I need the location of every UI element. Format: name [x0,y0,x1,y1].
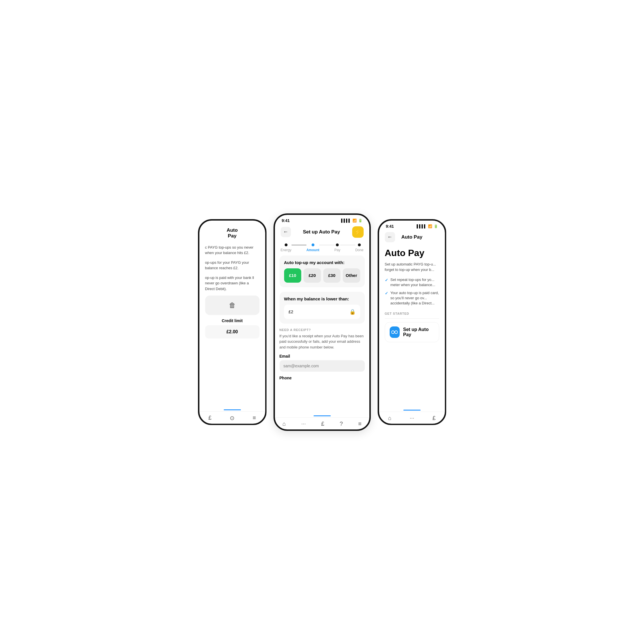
menu-icon-left: ≡ [253,415,256,421]
left-desc-3: op-up is paid with your bank ll never go… [205,275,259,292]
email-input[interactable] [280,360,365,372]
step-connector-2 [319,245,334,245]
menu-icon-center: ≡ [358,421,362,427]
check-item-2: ✓ Your auto top-up is paid card, so you'… [385,290,439,306]
check-mark-1: ✓ [385,278,388,283]
amount-buttons: £10 £20 £30 Other [284,268,360,283]
setup-autopay-label: Set up Auto Pay [403,327,434,337]
setup-autopay-button[interactable]: Set up Auto Pay [385,322,439,342]
credit-value-card: £2.00 [205,325,259,338]
progress-steps: Energy Amount Pay Done [275,241,369,253]
check-text-1: Set repeat top-ups for yo... meter when … [391,277,439,288]
battery-icon: 🔋 [358,219,362,223]
step-connector-1 [292,245,306,245]
status-bar-right: 9:41 ▌▌▌▌ 📶 🔋 [379,221,445,230]
receipt-desc: If you'd like a receipt when your Auto P… [280,333,365,350]
autopay-main-title: Auto Pay [385,248,439,258]
delete-icon: 🗑 [211,301,254,309]
home-icon-center: ⌂ [282,421,286,427]
back-button-right[interactable]: ← [385,232,395,242]
step-label-pay: Pay [334,248,340,252]
amount-btn-20[interactable]: £20 [304,268,321,283]
topup-card: Auto top-up my account with: £10 £20 £30… [280,255,365,287]
lock-icon: 🔒 [349,309,356,315]
step-dot-amount [312,243,314,246]
signal-icon: ▌▌▌▌ [341,219,351,223]
pound-icon-center: £ [321,421,324,427]
nav-item-menu-left[interactable]: ≡ [253,415,256,421]
lightning-button[interactable]: ⚡ [352,226,364,238]
wifi-icon: 📶 [352,219,357,223]
check-list: ✓ Set repeat top-ups for yo... meter whe… [385,277,439,306]
flow-icon-center: ⋯ [301,421,306,427]
nav-item-flow-center[interactable]: ⋯ [301,421,306,427]
infinity-icon [390,326,400,338]
right-header: ← Auto Pay [379,230,445,246]
status-time-right: 9:41 [386,224,394,229]
amount-btn-other[interactable]: Other [343,268,360,283]
delete-area: 🗑 [205,296,259,315]
step-done: Done [355,243,364,252]
check-item-1: ✓ Set repeat top-ups for yo... meter whe… [385,277,439,288]
amount-btn-10[interactable]: £10 [284,268,302,283]
nav-item-pound-center[interactable]: £ [321,421,324,427]
bottom-nav-center: ⌂ ⋯ £ ? ≡ [275,417,369,429]
step-energy: Energy [281,243,292,252]
get-started-label: GET STARTED [385,312,439,315]
nav-item-pound-left[interactable]: £ [208,415,211,421]
nav-item-home-center[interactable]: ⌂ [282,421,286,427]
nav-bar-indicator-center [314,415,331,416]
step-dot-done [358,243,361,246]
nav-item-help-center[interactable]: ? [340,421,343,427]
help-icon-center: ? [340,421,343,427]
battery-icon-right: 🔋 [434,224,438,228]
step-label-energy: Energy [281,248,292,252]
nav-bar-indicator-left [224,409,241,410]
nav-item-pound-right[interactable]: £ [433,415,436,421]
pound-icon-right: £ [433,415,436,421]
wifi-icon-right: 📶 [428,224,432,228]
balance-field: £2 🔒 [284,305,360,319]
lightning-icon: ⚡ [354,229,361,235]
nav-item-help-left[interactable]: ⊙ [230,415,235,421]
step-label-amount: Amount [306,248,319,252]
nav-item-flow-right[interactable]: ⋯ [410,415,414,421]
topup-card-title: Auto top-up my account with: [284,260,360,265]
autopay-desc: Set up automatic PAYG top-u... forget to… [385,261,439,273]
bottom-nav-left: £ ⊙ ≡ [199,411,265,424]
step-dot-energy [285,243,288,246]
bottom-nav-right: ⌂ ⋯ £ [379,412,445,424]
status-time-center: 9:41 [282,218,290,223]
credit-value: £2.00 [226,329,238,334]
balance-card-title: When my balance is lower than: [284,296,360,301]
right-content: Auto Pay Set up automatic PAYG top-u... … [379,246,445,410]
center-content: Auto top-up my account with: £10 £20 £30… [275,253,369,415]
flow-icon-right: ⋯ [410,415,414,421]
receipt-section-label: NEED A RECEIPT? [280,328,365,332]
back-arrow-icon-right: ← [387,234,393,240]
left-header-title: Auto Pay [223,227,241,239]
nav-item-menu-center[interactable]: ≡ [358,421,362,427]
balance-value: £2 [289,309,294,314]
status-icons-right: ▌▌▌▌ 📶 🔋 [417,224,438,228]
home-icon-right: ⌂ [388,415,391,421]
step-connector-3 [340,245,355,245]
left-header: Auto Pay [199,225,265,242]
left-desc-2: op-ups for your PAYG your balance reache… [205,260,259,271]
nav-bar-indicator-right [403,410,421,411]
nav-item-home-right[interactable]: ⌂ [388,415,391,421]
left-desc-1: c PAYG top-ups so you never when your ba… [205,245,259,256]
email-field-label: Email [280,354,365,358]
status-bar-center: 9:41 ▌▌▌▌ 📶 🔋 [275,215,369,224]
center-header: ← Set up Auto Pay ⚡ [275,224,369,241]
amount-btn-30[interactable]: £30 [323,268,341,283]
back-button-center[interactable]: ← [281,227,291,237]
app-scene: Auto Pay c PAYG top-ups so you never whe… [165,213,479,431]
right-header-title: Auto Pay [395,234,429,240]
check-mark-2: ✓ [385,291,388,296]
step-dot-pay [336,243,339,246]
balance-card: When my balance is lower than: £2 🔒 [280,292,365,324]
back-arrow-icon: ← [283,229,288,235]
pound-icon-left: £ [208,415,211,421]
help-icon-left: ⊙ [230,415,235,421]
